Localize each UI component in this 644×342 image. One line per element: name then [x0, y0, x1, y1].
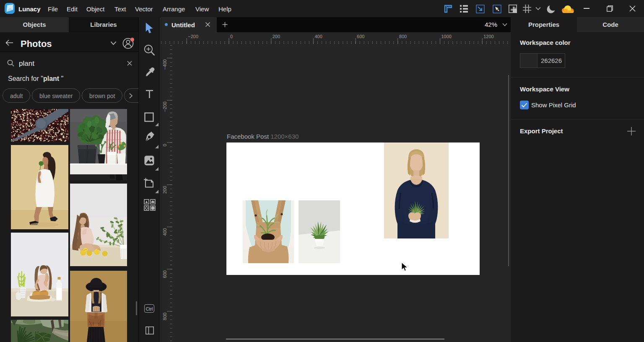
- svg-text:−200: −200: [188, 34, 198, 39]
- svg-text:400: 400: [162, 228, 167, 236]
- svg-text:800: 800: [399, 34, 407, 39]
- svg-text:800: 800: [162, 313, 167, 320]
- svg-text:600: 600: [162, 270, 167, 278]
- svg-text:1000: 1000: [441, 34, 452, 39]
- svg-text:−200: −200: [162, 101, 167, 112]
- svg-text:600: 600: [357, 34, 364, 39]
- svg-text:1200: 1200: [483, 34, 493, 39]
- svg-text:400: 400: [314, 34, 322, 39]
- svg-text:−400: −400: [162, 60, 167, 70]
- svg-text:200: 200: [162, 186, 167, 194]
- svg-text:0: 0: [230, 34, 233, 39]
- svg-text:200: 200: [273, 34, 280, 39]
- svg-text:0: 0: [162, 144, 167, 146]
